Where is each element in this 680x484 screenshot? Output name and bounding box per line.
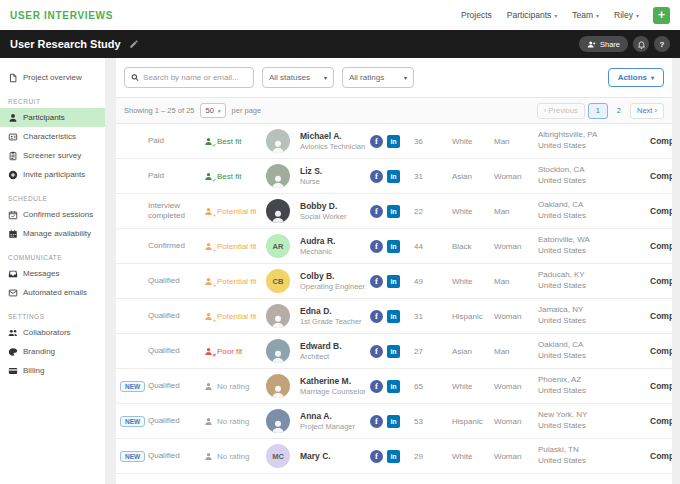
table-row[interactable]: NEW Qualified No rating Anna A. Project … [116, 404, 672, 439]
share-button[interactable]: Share [579, 36, 628, 52]
facebook-icon[interactable]: f [370, 240, 383, 253]
linkedin-icon[interactable]: in [387, 275, 400, 288]
table-row[interactable]: Qualified + Potential fit CB Colby B. Op… [116, 264, 672, 299]
facebook-icon[interactable]: f [370, 345, 383, 358]
linkedin-icon[interactable]: in [387, 135, 400, 148]
table-row[interactable]: Confirmed + Potential fit AR Audra R. Me… [116, 229, 672, 264]
avatar-cell [266, 409, 300, 433]
ethnicity-cell: White [452, 452, 494, 461]
status-cell: Interview completed [148, 201, 204, 222]
nav-link-team[interactable]: Team▾ [572, 10, 599, 20]
rating-cell: ✓ Best fit [204, 172, 266, 181]
rating-person-icon: + [204, 312, 213, 321]
linkedin-icon[interactable]: in [387, 310, 400, 323]
nav-link-participants[interactable]: Participants▾ [507, 10, 557, 20]
facebook-icon[interactable]: f [370, 450, 383, 463]
table-row[interactable]: NEW Qualified No rating MC Mary C. fin 2… [116, 439, 672, 474]
linkedin-icon[interactable]: in [387, 205, 400, 218]
chevron-down-icon: ▾ [404, 74, 407, 81]
help-button[interactable]: ? [654, 36, 670, 52]
linkedin-icon[interactable]: in [387, 240, 400, 253]
age-cell: 31 [414, 172, 452, 181]
facebook-icon[interactable]: f [370, 415, 383, 428]
age-cell: 65 [414, 382, 452, 391]
nav-link-projects[interactable]: Projects [461, 10, 492, 20]
sidebar-item-collaborators[interactable]: Collaborators [0, 323, 105, 342]
table-row[interactable]: NEW Qualified No rating Katherine M. Mar… [116, 369, 672, 404]
next-page-button[interactable]: Next › [630, 103, 664, 119]
name-cell: Colby B. Operating Engineer [300, 271, 370, 291]
document-icon [8, 73, 18, 83]
sidebar-item-label: Confirmed sessions [23, 210, 93, 219]
sidebar-item-manage-availability[interactable]: Manage availability [0, 224, 105, 243]
avatar-cell [266, 339, 300, 363]
per-page-select[interactable]: 50 ▾ [200, 103, 225, 118]
people-icon [8, 328, 18, 338]
avatar-cell [266, 304, 300, 328]
pagination-bar: Showing 1 – 25 of 25 50 ▾ per page ‹ Pre… [116, 97, 672, 124]
name-cell: Bobby D. Social Worker [300, 201, 370, 221]
edit-title-pencil-icon[interactable] [129, 39, 139, 49]
previous-page-button[interactable]: ‹ Previous [537, 103, 585, 119]
sidebar-item-invite-participants[interactable]: Invite participants [0, 165, 105, 184]
table-row[interactable]: Interview completed + Potential fit Bobb… [116, 194, 672, 229]
facebook-icon[interactable]: f [370, 380, 383, 393]
caret-down-icon: ▾ [596, 12, 599, 19]
calendar-icon [8, 229, 18, 239]
rating-person-icon: + [204, 207, 213, 216]
location-country: United States [538, 351, 650, 362]
new-badge-cell: NEW [120, 451, 148, 462]
nav-link-riley[interactable]: Riley▾ [614, 10, 639, 20]
inbox-icon [8, 269, 18, 279]
page-button-2[interactable]: 2 [611, 104, 627, 118]
table-row[interactable]: Paid ✓ Best fit Michael A. Avionics Tech… [116, 124, 672, 159]
gender-cell: Woman [494, 417, 538, 426]
participant-name: Michael A. [300, 131, 370, 141]
linkedin-icon[interactable]: in [387, 380, 400, 393]
linkedin-icon[interactable]: in [387, 170, 400, 183]
page-button-1[interactable]: 1 [588, 103, 608, 119]
sidebar-item-characteristics[interactable]: Characteristics [0, 127, 105, 146]
status-filter-select[interactable]: All statuses ▾ [262, 67, 334, 88]
participant-name: Liz S. [300, 166, 370, 176]
sidebar-section-header: COMMUNICATE [0, 243, 105, 264]
gender-cell: Man [494, 347, 538, 356]
rating-filter-select[interactable]: All ratings ▾ [342, 67, 414, 88]
facebook-icon[interactable]: f [370, 170, 383, 183]
facebook-icon[interactable]: f [370, 135, 383, 148]
search-input[interactable] [143, 73, 247, 82]
sidebar-item-messages[interactable]: Messages [0, 264, 105, 283]
comp-cell: Comp [650, 276, 672, 286]
sidebar-item-confirmed-sessions[interactable]: Confirmed sessions [0, 205, 105, 224]
social-cell: fin [370, 380, 414, 393]
linkedin-icon[interactable]: in [387, 415, 400, 428]
sidebar-item-billing[interactable]: Billing [0, 361, 105, 380]
sidebar-item-label: Billing [23, 366, 44, 375]
actions-button[interactable]: Actions ▾ [608, 68, 664, 87]
nav-link-label: Participants [507, 10, 551, 20]
linkedin-icon[interactable]: in [387, 345, 400, 358]
facebook-icon[interactable]: f [370, 310, 383, 323]
linkedin-icon[interactable]: in [387, 450, 400, 463]
notifications-button[interactable] [633, 36, 649, 52]
gender-cell: Woman [494, 242, 538, 251]
sidebar-item-project-overview[interactable]: Project overview [0, 68, 105, 87]
nav-link-label: Riley [614, 10, 633, 20]
facebook-icon[interactable]: f [370, 275, 383, 288]
table-row[interactable]: Qualified ✕ Poor fit Edward B. Architect… [116, 334, 672, 369]
social-cell: fin [370, 310, 414, 323]
age-cell: 49 [414, 277, 452, 286]
create-project-button[interactable]: + [653, 7, 670, 24]
table-row[interactable]: Qualified + Potential fit Edna D. 1st Gr… [116, 299, 672, 334]
sidebar-item-automated-emails[interactable]: Automated emails [0, 283, 105, 302]
sidebar-item-screener-survey[interactable]: Screener survey [0, 146, 105, 165]
sidebar-item-participants[interactable]: Participants [0, 108, 105, 127]
share-button-label: Share [600, 40, 620, 49]
table-row[interactable]: Paid ✓ Best fit Liz S. Nurse fin 31 Asia… [116, 159, 672, 194]
facebook-icon[interactable]: f [370, 205, 383, 218]
search-box[interactable] [124, 67, 254, 88]
rating-mark-icon: ✓ [212, 177, 216, 183]
avatar-photo [266, 304, 290, 328]
sidebar-item-branding[interactable]: Branding [0, 342, 105, 361]
rating-filter-value: All ratings [349, 73, 384, 82]
